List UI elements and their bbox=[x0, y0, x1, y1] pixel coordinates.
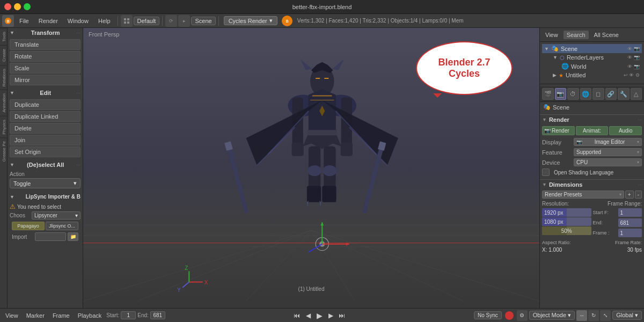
scene-icon: ▸ bbox=[178, 15, 190, 27]
props-modifier-icon[interactable]: 🔧 bbox=[618, 88, 630, 100]
feature-dropdown[interactable]: Supported ▾ bbox=[574, 148, 642, 156]
play-button[interactable]: ▶ bbox=[314, 311, 324, 320]
render-expand-icon: ▼ bbox=[542, 117, 547, 122]
side-tab-animation[interactable]: Animation bbox=[0, 90, 7, 116]
choos-row: Choos Lipsyncer ▾ bbox=[10, 211, 80, 219]
menu-item-render[interactable]: Render bbox=[34, 17, 62, 25]
props-render-icon[interactable]: 📷 bbox=[555, 88, 567, 100]
anim-button[interactable]: Animat: bbox=[576, 126, 609, 135]
render-render-button[interactable]: 📷 Render bbox=[542, 126, 575, 135]
rotate-mode-icon[interactable]: ↻ bbox=[588, 310, 599, 321]
playback-menu[interactable]: Playback bbox=[75, 311, 105, 320]
side-tab-create[interactable]: Create bbox=[0, 45, 7, 65]
side-tab-relations[interactable]: Relations bbox=[0, 65, 7, 90]
deselect-title: (De)select All bbox=[27, 162, 64, 168]
prev-frame-button[interactable]: ◀ bbox=[303, 311, 313, 320]
record-icon[interactable] bbox=[505, 311, 514, 320]
engine-selector[interactable]: Cycles Render ▾ bbox=[224, 16, 277, 25]
edit-section-header[interactable]: ▼ Edit ··· bbox=[8, 88, 83, 98]
feature-row: Feature Supported ▾ bbox=[540, 147, 644, 157]
start-input[interactable]: 1 bbox=[121, 311, 136, 319]
object-mode-selector[interactable]: Object Mode ▾ bbox=[529, 311, 575, 320]
import-browse-button[interactable]: 📁 bbox=[68, 232, 78, 241]
import-input[interactable] bbox=[35, 232, 66, 241]
display-camera-icon: 📷 bbox=[576, 140, 582, 145]
lipsyncer-dropdown[interactable]: Lipsyncer ▾ bbox=[32, 211, 80, 219]
engine-label: Cycles Render bbox=[229, 18, 267, 24]
end-input-bt[interactable]: 681 bbox=[150, 311, 165, 319]
set-origin-button[interactable]: Set Origin bbox=[10, 147, 80, 157]
duplicate-button[interactable]: Duplicate bbox=[10, 99, 80, 110]
display-arrow-icon: ▾ bbox=[637, 140, 639, 144]
rotate-button[interactable]: Rotate bbox=[10, 51, 80, 62]
res-pct-bar[interactable]: 50% bbox=[542, 226, 591, 235]
view-menu[interactable]: View bbox=[2, 311, 21, 320]
shading-checkbox[interactable] bbox=[542, 169, 550, 176]
res-x-bar[interactable]: 1920 px bbox=[542, 208, 591, 217]
maximize-button[interactable] bbox=[24, 3, 31, 10]
deselect-header[interactable]: ▼ (De)select All ··· bbox=[8, 160, 83, 170]
marker-menu[interactable]: Marker bbox=[23, 311, 48, 320]
outliner-item-renderlayers[interactable]: ▼ ⬡ RenderLayers 👁 📷 bbox=[542, 53, 642, 62]
outliner-item-world[interactable]: 🌐 World 👁 📷 bbox=[542, 62, 642, 71]
side-tab-physics[interactable]: Physics bbox=[0, 116, 7, 138]
side-tab-tools[interactable]: Tools bbox=[0, 28, 7, 45]
viewport[interactable]: Front Persp bbox=[83, 28, 539, 308]
jlipsync-button[interactable]: Jlipsync O... bbox=[46, 222, 78, 230]
skip-end-button[interactable]: ⏭ bbox=[337, 311, 347, 320]
papagayo-button[interactable]: Papagayo bbox=[12, 222, 45, 230]
presets-remove-button[interactable]: - bbox=[635, 191, 642, 199]
close-button[interactable] bbox=[4, 3, 11, 10]
props-anim-icon[interactable]: ⏱ bbox=[567, 88, 579, 100]
menu-item-window[interactable]: Window bbox=[63, 17, 93, 25]
presets-dropdown[interactable]: Render Presets ▾ bbox=[542, 191, 624, 199]
props-world-icon[interactable]: 🌐 bbox=[580, 88, 592, 100]
render-section: ▼ Render ··· 📷 Render Animat: Audio bbox=[540, 114, 644, 177]
menu-item-file[interactable]: File bbox=[15, 17, 33, 25]
settings-icon2[interactable]: ⚙ bbox=[517, 310, 528, 321]
display-dropdown[interactable]: 📷 Image Editor ▾ bbox=[574, 138, 642, 146]
props-constraint-icon[interactable]: 🔗 bbox=[605, 88, 617, 100]
workspace-selector[interactable]: Default bbox=[134, 17, 160, 25]
presets-add-button[interactable]: + bbox=[625, 191, 634, 199]
audio-button[interactable]: Audio bbox=[609, 126, 642, 135]
next-frame-button[interactable]: ▶ bbox=[326, 311, 335, 320]
transform-section-header[interactable]: ▼ Transform ··· bbox=[8, 28, 83, 38]
title-bar: better-fbx-import.blend bbox=[0, 0, 644, 14]
delete-button[interactable]: Delete bbox=[10, 123, 80, 134]
lipsync-header[interactable]: ▼ LipSync Importer & B bbox=[8, 192, 83, 201]
dimensions-header[interactable]: ▼ Dimensions ··· bbox=[540, 179, 644, 189]
tab-all-scenes[interactable]: All Scene bbox=[591, 31, 622, 39]
side-tab-grease[interactable]: Grease Pe bbox=[0, 137, 7, 165]
no-sync-dropdown[interactable]: No Sync bbox=[474, 311, 502, 319]
scale-mode-icon[interactable]: ⤡ bbox=[600, 310, 611, 321]
global-label: Global bbox=[616, 312, 633, 318]
mirror-button[interactable]: Mirror bbox=[10, 75, 80, 85]
end-input[interactable]: 681 bbox=[618, 218, 642, 227]
frame-input-fr[interactable]: 1 bbox=[618, 229, 642, 237]
skip-start-button[interactable]: ⏮ bbox=[292, 311, 302, 320]
translate-mode-icon[interactable]: ↔ bbox=[576, 310, 587, 321]
tab-view[interactable]: View bbox=[542, 31, 561, 39]
res-y-bar[interactable]: 1080 px bbox=[542, 217, 591, 226]
tab-search[interactable]: Search bbox=[564, 31, 589, 39]
outliner-item-scene[interactable]: ▼ 🎭 Scene 👁 📷 bbox=[542, 44, 642, 53]
duplicate-linked-button[interactable]: Duplicate Linked bbox=[10, 111, 80, 122]
start-f-input[interactable]: 1 bbox=[618, 208, 642, 217]
join-button[interactable]: Join bbox=[10, 135, 80, 145]
scene-label[interactable]: Scene bbox=[191, 17, 215, 25]
props-object-icon[interactable]: ◻ bbox=[592, 88, 604, 100]
global-selector[interactable]: Global ▾ bbox=[612, 311, 642, 320]
props-data-icon[interactable]: △ bbox=[631, 88, 642, 100]
toggle-dropdown[interactable]: Toggle ▾ bbox=[10, 178, 80, 188]
render-section-header[interactable]: ▼ Render ··· bbox=[540, 114, 644, 125]
aspect-fps-values: X: 1.000 30 fps bbox=[540, 246, 644, 253]
menu-item-help[interactable]: Help bbox=[94, 17, 115, 25]
translate-button[interactable]: Translate bbox=[10, 39, 80, 50]
device-dropdown[interactable]: CPU ▾ bbox=[574, 158, 642, 166]
frame-menu[interactable]: Frame bbox=[49, 311, 73, 320]
scale-button[interactable]: Scale bbox=[10, 63, 80, 74]
props-scene-icon[interactable]: 🎬 bbox=[542, 88, 554, 100]
outliner-item-untitled[interactable]: ▶ ★ Untitled ↩ 👁 ⚙ bbox=[542, 71, 642, 79]
minimize-button[interactable] bbox=[14, 3, 21, 10]
